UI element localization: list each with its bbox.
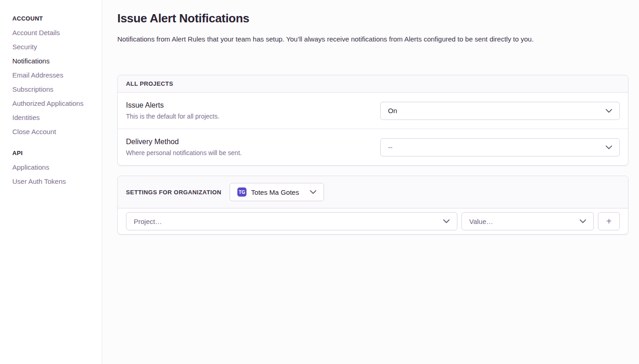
sidebar-item-close-account[interactable]: Close Account (12, 128, 97, 136)
chevron-down-icon (580, 219, 586, 223)
sidebar-item-identities[interactable]: Identities (12, 114, 97, 122)
organization-panel-header: SETTINGS FOR ORGANIZATION TG Totes Ma Go… (118, 176, 628, 208)
all-projects-panel-header: ALL PROJECTS (118, 75, 628, 93)
add-project-setting-button[interactable]: + (598, 212, 620, 230)
organization-settings-panel: SETTINGS FOR ORGANIZATION TG Totes Ma Go… (117, 176, 629, 234)
sidebar-item-email-addresses[interactable]: Email Addresses (12, 71, 97, 79)
issue-alerts-select-value: On (388, 107, 397, 114)
delivery-method-field-row: Delivery Method Where personal notificat… (118, 129, 628, 165)
sidebar-section-account: ACCOUNT Account Details Security Notific… (12, 15, 97, 136)
sidebar-item-subscriptions[interactable]: Subscriptions (12, 85, 97, 94)
sidebar-section-title-api: API (12, 150, 97, 156)
sidebar-item-security[interactable]: Security (12, 43, 97, 51)
issue-alerts-field-text: Issue Alerts This is the default for all… (126, 101, 220, 120)
sidebar-item-notifications[interactable]: Notifications (12, 57, 97, 65)
sidebar-item-account-details[interactable]: Account Details (12, 29, 97, 37)
organization-name: Totes Ma Gotes (251, 188, 299, 196)
delivery-method-select[interactable]: -- (380, 138, 620, 156)
value-select-placeholder: Value… (469, 218, 493, 225)
project-select-placeholder: Project… (134, 218, 162, 225)
sidebar-section-title-account: ACCOUNT (12, 15, 97, 22)
delivery-method-field-text: Delivery Method Where personal notificat… (126, 138, 242, 156)
project-select[interactable]: Project… (126, 212, 457, 230)
issue-alerts-field-help: This is the default for all projects. (126, 113, 220, 120)
chevron-down-icon (443, 219, 450, 223)
organization-select[interactable]: TG Totes Ma Gotes (230, 183, 324, 201)
page-title: Issue Alert Notifications (117, 11, 639, 26)
sidebar-item-authorized-applications[interactable]: Authorized Applications (12, 99, 97, 108)
organization-avatar: TG (237, 187, 246, 197)
sidebar-item-user-auth-tokens[interactable]: User Auth Tokens (12, 177, 97, 186)
chevron-down-icon (606, 146, 612, 149)
plus-icon: + (606, 217, 612, 226)
value-select[interactable]: Value… (461, 212, 594, 230)
delivery-method-field-help: Where personal notifications will be sen… (126, 149, 242, 156)
all-projects-panel: ALL PROJECTS Issue Alerts This is the de… (117, 75, 629, 166)
sidebar-item-applications[interactable]: Applications (12, 163, 97, 172)
settings-sidebar: ACCOUNT Account Details Security Notific… (0, 0, 102, 364)
delivery-method-select-value: -- (388, 143, 393, 151)
organization-panel-body: Project… Value… + (118, 208, 628, 234)
settings-content: Issue Alert Notifications Notifications … (102, 0, 639, 364)
issue-alerts-select[interactable]: On (380, 102, 620, 120)
delivery-method-field-label: Delivery Method (126, 138, 242, 146)
issue-alerts-field-label: Issue Alerts (126, 101, 220, 109)
organization-header-label: SETTINGS FOR ORGANIZATION (126, 189, 221, 196)
chevron-down-icon (310, 190, 316, 194)
chevron-down-icon (606, 109, 612, 113)
issue-alerts-field-row: Issue Alerts This is the default for all… (118, 93, 628, 129)
page-description: Notifications from Alert Rules that your… (117, 35, 639, 43)
sidebar-section-api: API Applications User Auth Tokens (12, 150, 97, 186)
